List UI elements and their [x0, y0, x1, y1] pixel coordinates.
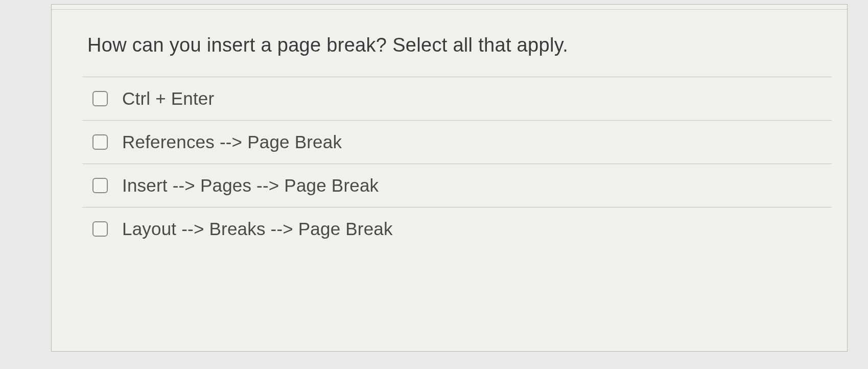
option-label: Insert --> Pages --> Page Break: [122, 175, 379, 196]
question-card: How can you insert a page break? Select …: [51, 4, 848, 352]
option-label: Layout --> Breaks --> Page Break: [122, 219, 393, 239]
checkbox[interactable]: [92, 221, 108, 237]
checkbox[interactable]: [92, 91, 108, 106]
options-list: Ctrl + Enter References --> Page Break I…: [52, 77, 847, 250]
checkbox[interactable]: [92, 178, 108, 193]
option-row[interactable]: References --> Page Break: [82, 120, 832, 164]
question-prompt: How can you insert a page break? Select …: [52, 10, 847, 77]
option-row[interactable]: Layout --> Breaks --> Page Break: [82, 207, 832, 250]
page-background: How can you insert a page break? Select …: [0, 0, 868, 369]
option-row[interactable]: Insert --> Pages --> Page Break: [82, 164, 832, 207]
checkbox[interactable]: [92, 134, 108, 150]
option-label: Ctrl + Enter: [122, 88, 214, 109]
option-row[interactable]: Ctrl + Enter: [82, 77, 832, 120]
card-top-border: [52, 5, 847, 10]
option-label: References --> Page Break: [122, 132, 342, 152]
